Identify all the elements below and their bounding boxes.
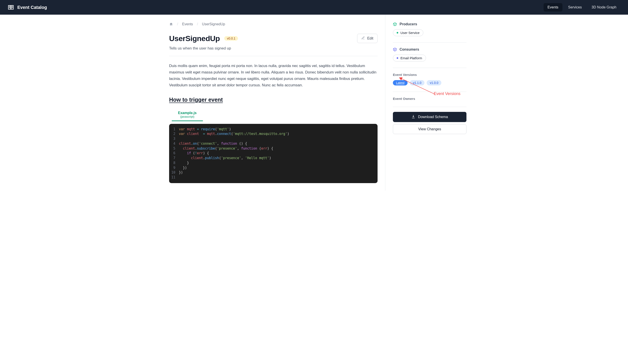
producer-chip[interactable]: User Service bbox=[393, 29, 423, 36]
code-block: 1var mqtt = require('mqtt') 2var client … bbox=[169, 124, 378, 183]
breadcrumb-separator: / bbox=[177, 22, 178, 26]
main-content: / Events / UserSignedUp UserSignedUp v0.… bbox=[154, 15, 385, 191]
book-icon bbox=[7, 4, 14, 11]
home-icon[interactable] bbox=[169, 22, 173, 26]
version-pill[interactable]: v1.1.0 bbox=[410, 80, 424, 85]
divider bbox=[169, 56, 378, 56]
page-body: Duis mollis quam enim, feugiat porta mi … bbox=[169, 63, 378, 89]
cube-icon bbox=[393, 22, 397, 26]
edit-button[interactable]: Edit bbox=[357, 34, 378, 43]
version-badge: v0.0.1 bbox=[224, 36, 238, 41]
page-subtitle: Tells us when the user has signed up bbox=[169, 46, 378, 51]
status-dot-icon bbox=[397, 32, 398, 34]
versions-heading: Event Versions bbox=[393, 73, 467, 77]
nav-events[interactable]: Events bbox=[544, 3, 562, 11]
producer-name: User Service bbox=[400, 31, 420, 35]
download-icon bbox=[411, 115, 415, 120]
divider bbox=[393, 92, 467, 92]
producers-heading: Producers bbox=[393, 22, 467, 26]
version-pill[interactable]: v1.0.0 bbox=[427, 80, 441, 85]
download-label: Download Schema bbox=[418, 115, 448, 119]
divider bbox=[393, 68, 467, 68]
breadcrumb-events[interactable]: Events bbox=[182, 22, 193, 26]
consumers-heading: Consumers bbox=[393, 48, 467, 52]
breadcrumb-current: UserSignedUp bbox=[202, 22, 225, 26]
consumer-chip[interactable]: Email Platform bbox=[393, 55, 426, 61]
version-pills: Latest v1.1.0 v1.0.0 bbox=[393, 80, 467, 85]
version-pill-latest[interactable]: Latest bbox=[393, 80, 407, 85]
download-schema-button[interactable]: Download Schema bbox=[393, 112, 467, 122]
brand-title: Event Catalog bbox=[17, 5, 47, 10]
top-bar: Event Catalog Events Services 3D Node Gr… bbox=[0, 0, 628, 15]
nav-services[interactable]: Services bbox=[564, 3, 586, 11]
code-tab-name: Example.js bbox=[178, 111, 197, 115]
pencil-icon bbox=[361, 36, 365, 41]
consumers-label: Consumers bbox=[399, 48, 419, 52]
cube-icon bbox=[393, 48, 397, 52]
annotation-label: Event Versions bbox=[434, 91, 461, 96]
divider bbox=[393, 107, 467, 107]
breadcrumb-separator: / bbox=[197, 22, 198, 26]
view-changes-button[interactable]: View Changes bbox=[393, 124, 467, 134]
page-title: UserSignedUp bbox=[169, 34, 220, 43]
owners-heading: Event Owners bbox=[393, 97, 467, 101]
top-nav: Events Services 3D Node Graph bbox=[544, 3, 621, 11]
section-heading: How to trigger event bbox=[169, 97, 378, 103]
edit-label: Edit bbox=[367, 36, 373, 40]
sidebar: Producers User Service Consumers Email P… bbox=[385, 15, 474, 191]
brand[interactable]: Event Catalog bbox=[7, 4, 47, 11]
code-tab[interactable]: Example.js (javascript) bbox=[172, 109, 203, 121]
breadcrumb: / Events / UserSignedUp bbox=[169, 22, 378, 26]
status-dot-icon bbox=[397, 57, 398, 59]
nav-3d-node-graph[interactable]: 3D Node Graph bbox=[588, 3, 621, 11]
divider bbox=[393, 42, 467, 43]
producers-label: Producers bbox=[399, 22, 417, 26]
code-tab-sub: (javascript) bbox=[180, 115, 194, 118]
consumer-name: Email Platform bbox=[400, 56, 422, 60]
